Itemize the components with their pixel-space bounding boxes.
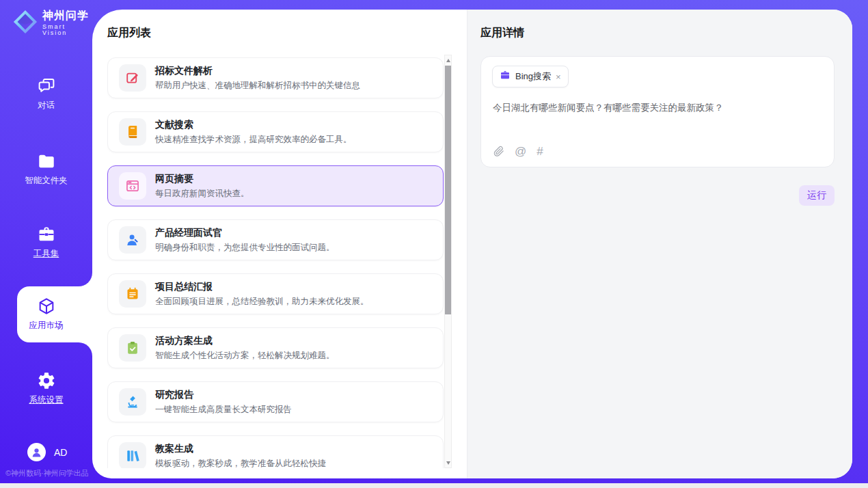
app-list-item[interactable]: 活动方案生成智能生成个性化活动方案，轻松解决规划难题。 xyxy=(107,327,444,368)
app-list-item[interactable]: 文献搜索快速精准查找学术资源，提高研究效率的必备工具。 xyxy=(107,111,444,152)
app-list-item[interactable]: 研究报告一键智能生成高质量长文本研究报告 xyxy=(107,381,444,422)
sidebar-item-chat[interactable]: 对话 xyxy=(0,76,92,111)
brand-subtitle: Smart Vision xyxy=(42,24,92,36)
app-item-meta: 活动方案生成智能生成个性化活动方案，轻松解决规划难题。 xyxy=(155,335,335,362)
app-item-meta: 文献搜索快速精准查找学术资源，提高研究效率的必备工具。 xyxy=(155,119,352,146)
app-list-item[interactable]: 教案生成模板驱动，教案秒成，教学准备从此轻松快捷 xyxy=(107,435,444,468)
app-item-meta: 产品经理面试官明确身份和职责，为您提供专业性的面试问题。 xyxy=(155,227,335,254)
attachment-icon[interactable] xyxy=(493,146,504,157)
app-item-title: 项目总结汇报 xyxy=(155,281,369,293)
app-item-desc: 快速精准查找学术资源，提高研究效率的必备工具。 xyxy=(155,134,352,146)
run-button[interactable]: 运行 xyxy=(799,185,835,206)
app-item-desc: 一键智能生成高质量长文本研究报告 xyxy=(155,404,292,416)
app-item-title: 研究报告 xyxy=(155,389,292,401)
app-item-meta: 教案生成模板驱动，教案秒成，教学准备从此轻松快捷 xyxy=(155,443,326,469)
active-nav-fillet-top xyxy=(79,273,92,286)
user-initials: AD xyxy=(54,447,67,458)
app-item-title: 招标文件解析 xyxy=(155,65,360,77)
app-item-meta: 网页摘要每日政府新闻资讯快查。 xyxy=(155,173,249,200)
app-list-title: 应用列表 xyxy=(107,26,151,40)
folder-icon xyxy=(0,151,92,172)
brand-name: 神州问学 xyxy=(42,10,92,21)
scrollbar-thumb[interactable] xyxy=(445,66,451,314)
scroll-down-button[interactable] xyxy=(445,458,451,467)
chat-icon xyxy=(0,76,92,96)
copyright-text: ©神州数码·神州问学出品 xyxy=(5,468,92,478)
sidebar-item-label: 应用市场 xyxy=(0,320,92,331)
app-list-scrollbar[interactable] xyxy=(444,55,452,468)
sidebar-item-settings[interactable]: 系统设置 xyxy=(0,370,92,406)
window-bottom-edge xyxy=(0,483,868,488)
app-item-desc: 明确身份和职责，为您提供专业性的面试问题。 xyxy=(155,242,335,254)
summary-note-icon xyxy=(119,280,146,308)
browser-icon xyxy=(119,172,146,200)
sidebar: 神州问学 Smart Vision 对话智能文件夹工具集应用市场系统设置 AD … xyxy=(0,0,92,488)
sidebar-item-tools[interactable]: 工具集 xyxy=(0,224,92,260)
brand: 神州问学 Smart Vision xyxy=(12,9,92,38)
sidebar-item-label: 工具集 xyxy=(0,248,92,260)
book-icon xyxy=(119,118,146,146)
sidebar-item-label: 对话 xyxy=(0,100,92,111)
topic-icon[interactable]: # xyxy=(537,146,543,157)
app-item-desc: 帮助用户快速、准确地理解和解析招标书中的关键信息 xyxy=(155,80,360,92)
app-item-meta: 招标文件解析帮助用户快速、准确地理解和解析招标书中的关键信息 xyxy=(155,65,360,92)
app-item-desc: 每日政府新闻资讯快查。 xyxy=(155,188,249,200)
app-item-title: 教案生成 xyxy=(155,443,326,455)
sidebar-item-label: 系统设置 xyxy=(0,394,92,406)
diamond-logo-icon xyxy=(12,9,38,38)
user-chip[interactable]: AD xyxy=(27,443,67,461)
briefcase-icon xyxy=(500,70,511,83)
mention-icon[interactable]: @ xyxy=(515,146,526,157)
app-item-desc: 模板驱动，教案秒成，教学准备从此轻松快捷 xyxy=(155,458,326,469)
prompt-card[interactable]: Bing搜索 × 今日湖北有哪些新闻要点？有哪些需要关注的最新政策？ @ # xyxy=(480,56,835,167)
close-icon[interactable]: × xyxy=(556,72,561,81)
plan-clipboard-icon xyxy=(119,334,146,362)
sidebar-item-market[interactable]: 应用市场 xyxy=(0,296,92,331)
app-item-meta: 项目总结汇报全面回顾项目进展，总结经验教训，助力未来优化发展。 xyxy=(155,281,369,308)
active-nav-fillet-bottom xyxy=(79,342,92,356)
tool-tag-label: Bing搜索 xyxy=(515,70,551,83)
composer-toolbar: @ # xyxy=(493,146,543,157)
gear-icon xyxy=(0,370,92,391)
app-list-item[interactable]: 招标文件解析帮助用户快速、准确地理解和解析招标书中的关键信息 xyxy=(107,57,444,98)
app-item-desc: 智能生成个性化活动方案，轻松解决规划难题。 xyxy=(155,350,335,362)
toolbox-icon xyxy=(0,224,92,245)
app-list-item[interactable]: 项目总结汇报全面回顾项目进展，总结经验教训，助力未来优化发展。 xyxy=(107,273,444,314)
app-list-item[interactable]: 产品经理面试官明确身份和职责，为您提供专业性的面试问题。 xyxy=(107,219,444,260)
app-list: 招标文件解析帮助用户快速、准确地理解和解析招标书中的关键信息文献搜索快速精准查找… xyxy=(107,57,444,468)
app-item-title: 文献搜索 xyxy=(155,119,352,131)
sidebar-item-label: 智能文件夹 xyxy=(0,175,92,187)
app-window: 神州问学 Smart Vision 对话智能文件夹工具集应用市场系统设置 AD … xyxy=(0,0,868,488)
scroll-up-button[interactable] xyxy=(445,55,451,65)
question-text: 今日湖北有哪些新闻要点？有哪些需要关注的最新政策？ xyxy=(493,102,821,114)
app-item-meta: 研究报告一键智能生成高质量长文本研究报告 xyxy=(155,389,292,416)
app-item-title: 网页摘要 xyxy=(155,173,249,185)
main-panel: 应用列表 招标文件解析帮助用户快速、准确地理解和解析招标书中的关键信息文献搜索快… xyxy=(92,10,852,478)
sidebar-item-folders[interactable]: 智能文件夹 xyxy=(0,151,92,187)
user-avatar-icon xyxy=(27,443,46,461)
app-item-desc: 全面回顾项目进展，总结经验教训，助力未来优化发展。 xyxy=(155,296,369,308)
triangle-up-icon xyxy=(446,59,450,62)
doc-edit-icon xyxy=(119,64,146,92)
lesson-books-icon xyxy=(119,442,146,468)
app-item-title: 活动方案生成 xyxy=(155,335,335,347)
research-icon xyxy=(119,388,146,416)
app-item-title: 产品经理面试官 xyxy=(155,227,335,239)
interviewer-icon xyxy=(119,226,146,254)
cube-icon xyxy=(0,296,92,316)
app-detail-panel: 应用详情 Bing搜索 × 今日湖北有哪些新闻要点？有哪些需要关注的最新政策？ xyxy=(467,10,852,478)
app-detail-title: 应用详情 xyxy=(480,26,524,40)
app-list-item-selected[interactable]: 网页摘要每日政府新闻资讯快查。 xyxy=(107,165,444,206)
tool-tag-bing-search[interactable]: Bing搜索 × xyxy=(492,66,569,87)
triangle-down-icon xyxy=(446,461,450,465)
